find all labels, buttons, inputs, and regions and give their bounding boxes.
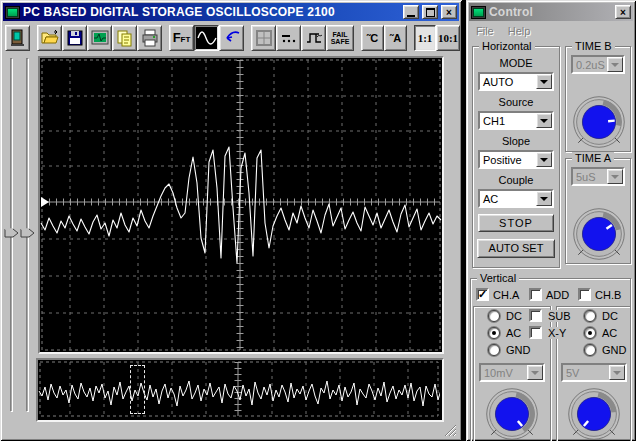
dropdown-button <box>607 57 623 72</box>
source-label: Source <box>473 96 559 108</box>
ch-b-range-select: 5V <box>561 363 627 382</box>
checkbox-box[interactable] <box>529 288 542 301</box>
menu-help[interactable]: Help <box>501 23 538 39</box>
radio-circle[interactable] <box>488 327 500 339</box>
xy-checkbox[interactable]: X-Y <box>529 326 568 339</box>
fft-label: FFT <box>173 30 191 45</box>
couple-select[interactable]: AC <box>478 189 554 208</box>
minimize-icon <box>407 8 415 17</box>
failsafe-button[interactable]: FAIL SAFE <box>326 25 354 51</box>
ch-a-dc-label: DC <box>504 310 524 322</box>
print-button[interactable] <box>137 25 162 51</box>
sub-checkbox[interactable]: SUB <box>529 309 573 322</box>
dotted-line-button[interactable] <box>276 25 301 51</box>
ch-a-gnd-radio[interactable]: GND <box>488 344 532 356</box>
close-icon: × <box>620 8 626 17</box>
ratio-10-1-label: 10:1 <box>438 32 458 44</box>
open-button[interactable] <box>37 25 62 51</box>
minimize-button[interactable] <box>403 5 419 19</box>
source-select[interactable]: CH1 <box>478 111 554 130</box>
copy-button[interactable] <box>112 25 137 51</box>
temp-a-button[interactable]: ˜A <box>384 25 407 51</box>
main-waveform-trace <box>41 147 441 263</box>
radio-circle[interactable] <box>584 327 596 339</box>
time-a-knob[interactable] <box>570 205 628 263</box>
checkbox-box[interactable] <box>529 309 542 322</box>
square-wave-icon <box>305 29 323 47</box>
ch-a-label: CH.A <box>493 289 519 301</box>
slider-thumb-a[interactable] <box>4 228 19 238</box>
ratio-1-1-button[interactable]: 1:1 <box>414 25 436 51</box>
slope-select[interactable]: Positive <box>478 150 554 169</box>
ch-a-dc-radio[interactable]: DC <box>488 310 524 322</box>
square-wave-button[interactable] <box>301 25 326 51</box>
dropdown-button[interactable] <box>536 191 552 206</box>
ratio-10-1-button[interactable]: 10:1 <box>436 25 460 51</box>
control-app-icon <box>471 6 486 19</box>
maximize-button[interactable] <box>422 5 438 19</box>
close-button[interactable]: × <box>441 5 457 19</box>
couple-label: Couple <box>473 174 559 186</box>
ch-b-checkbox[interactable]: CH.B <box>578 288 621 301</box>
fft-button[interactable]: FFT <box>169 25 194 51</box>
slider-thumb-b[interactable] <box>20 228 35 238</box>
vertical-group: Vertical ✓ CH.A ADD CH.B DC AC GND <box>470 278 631 441</box>
checkbox-box[interactable]: ✓ <box>476 288 489 301</box>
mode-select[interactable]: AUTO <box>478 72 554 91</box>
overview-waveform-trace <box>39 381 440 406</box>
save-button[interactable] <box>62 25 87 51</box>
exit-button[interactable] <box>5 25 30 51</box>
time-a-value: 5uS <box>573 169 607 184</box>
checkbox-box[interactable] <box>578 288 591 301</box>
ch-a-checkbox[interactable]: ✓ CH.A <box>476 288 519 301</box>
blue-left-arrow-icon <box>223 29 241 47</box>
temp-a-label: ˜A <box>390 32 402 44</box>
ch-b-dc-radio[interactable]: DC <box>584 310 620 322</box>
sub-label: SUB <box>546 310 573 322</box>
control-close-button[interactable]: × <box>615 5 631 19</box>
failsafe-label: FAIL SAFE <box>329 31 351 45</box>
ch-a-gain-knob[interactable] <box>483 385 541 441</box>
dash-dots-icon <box>280 29 298 47</box>
dropdown-button[interactable] <box>536 74 552 89</box>
acquire-arrow-button[interactable] <box>219 25 244 51</box>
save-floppy-icon <box>66 29 84 47</box>
radio-circle[interactable] <box>488 310 500 322</box>
ch-a-ac-radio[interactable]: AC <box>488 327 523 339</box>
resize-grip[interactable] <box>444 424 457 437</box>
zoom-selection-rect[interactable] <box>130 365 145 414</box>
overview-display <box>36 358 444 422</box>
scope-screen-icon <box>91 29 109 47</box>
temp-c-button[interactable]: ˜C <box>361 25 384 51</box>
channel-b-position-slider[interactable] <box>20 56 35 414</box>
channel-a-position-slider[interactable] <box>4 56 19 414</box>
ch-b-dc-label: DC <box>600 310 620 322</box>
ch-b-ac-radio[interactable]: AC <box>584 327 619 339</box>
radio-circle[interactable] <box>584 344 596 356</box>
app-icon <box>5 6 20 19</box>
waveform-mode-button[interactable] <box>194 25 219 51</box>
dropdown-button[interactable] <box>536 152 552 167</box>
time-b-knob[interactable] <box>570 93 628 151</box>
ch-b-gain-knob[interactable] <box>565 385 623 441</box>
display-button[interactable] <box>87 25 112 51</box>
trigger-level-marker[interactable] <box>41 197 49 207</box>
main-title-bar: PC BASED DIGITAL STORAGE OSCILLOSCOPE 21… <box>3 3 459 21</box>
radio-circle[interactable] <box>488 344 500 356</box>
dropdown-button[interactable] <box>536 113 552 128</box>
dropdown-button <box>609 365 625 380</box>
exit-door-icon <box>9 29 27 47</box>
temp-c-label: ˜C <box>367 32 379 44</box>
mode-value: AUTO <box>480 74 536 89</box>
close-icon: × <box>446 8 452 17</box>
radio-circle[interactable] <box>584 310 596 322</box>
stop-button[interactable]: STOP <box>478 214 554 232</box>
auto-set-button[interactable]: AUTO SET <box>477 239 555 258</box>
grid-button[interactable] <box>251 25 276 51</box>
ch-b-gnd-label: GND <box>600 344 628 356</box>
menu-file[interactable]: File <box>469 23 501 39</box>
ch-b-gnd-radio[interactable]: GND <box>584 344 628 356</box>
main-scope-display <box>38 56 444 354</box>
add-checkbox[interactable]: ADD <box>529 288 569 301</box>
checkbox-box[interactable] <box>529 326 542 339</box>
